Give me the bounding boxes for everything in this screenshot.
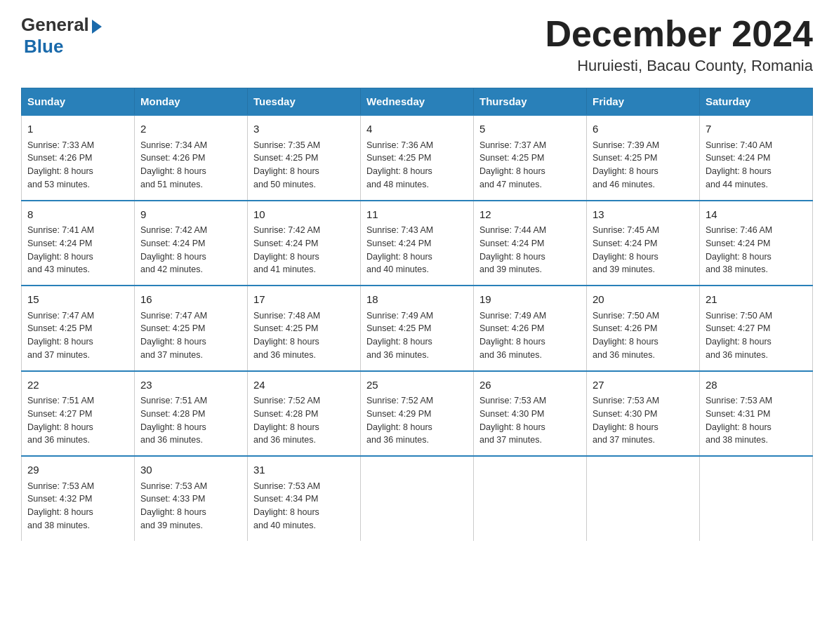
day-info: Sunset: 4:27 PM (27, 408, 128, 421)
day-info: Sunset: 4:24 PM (27, 237, 128, 250)
table-row: 14Sunrise: 7:46 AMSunset: 4:24 PMDayligh… (700, 201, 813, 286)
table-row: 16Sunrise: 7:47 AMSunset: 4:25 PMDayligh… (135, 286, 248, 371)
day-info: Sunset: 4:25 PM (366, 322, 468, 335)
day-info: Sunset: 4:30 PM (479, 408, 581, 421)
day-number: 12 (479, 207, 581, 223)
day-info: Sunrise: 7:44 AM (479, 224, 581, 237)
table-row: 25Sunrise: 7:52 AMSunset: 4:29 PMDayligh… (361, 371, 474, 457)
col-wednesday: Wednesday (361, 88, 474, 116)
day-info: Sunrise: 7:40 AM (706, 139, 807, 152)
day-info: Sunset: 4:28 PM (140, 408, 241, 421)
day-number: 8 (27, 207, 128, 223)
table-row: 6Sunrise: 7:39 AMSunset: 4:25 PMDaylight… (587, 115, 700, 201)
day-number: 15 (27, 292, 128, 308)
day-info: and 36 minutes. (366, 434, 468, 447)
day-info: Sunset: 4:25 PM (140, 322, 241, 335)
table-row: 30Sunrise: 7:53 AMSunset: 4:33 PMDayligh… (135, 456, 248, 541)
day-info: Sunrise: 7:42 AM (140, 224, 241, 237)
day-info: Daylight: 8 hours (253, 421, 355, 434)
day-info: Sunset: 4:33 PM (140, 492, 241, 506)
calendar-header-row: Sunday Monday Tuesday Wednesday Thursday… (22, 88, 813, 116)
day-info: Sunset: 4:24 PM (593, 237, 694, 250)
day-info: Sunset: 4:34 PM (253, 492, 355, 506)
page-header: General Blue December 2024 Huruiesti, Ba… (21, 14, 813, 75)
calendar-table: Sunday Monday Tuesday Wednesday Thursday… (21, 88, 813, 541)
day-info: Sunrise: 7:47 AM (27, 309, 128, 323)
day-number: 9 (140, 207, 241, 223)
day-info: and 37 minutes. (593, 434, 694, 447)
day-info: Sunset: 4:25 PM (253, 152, 355, 165)
logo: General Blue (21, 14, 102, 58)
col-sunday: Sunday (22, 88, 135, 116)
day-info: Daylight: 8 hours (253, 506, 355, 519)
day-info: Daylight: 8 hours (140, 165, 241, 178)
day-info: Sunrise: 7:45 AM (593, 224, 694, 237)
day-info: and 42 minutes. (140, 263, 241, 276)
table-row: 15Sunrise: 7:47 AMSunset: 4:25 PMDayligh… (22, 286, 135, 371)
day-info: Sunset: 4:24 PM (253, 237, 355, 250)
col-monday: Monday (135, 88, 248, 116)
day-number: 29 (27, 462, 128, 478)
day-number: 24 (253, 377, 355, 394)
day-number: 2 (140, 121, 241, 137)
day-info: and 36 minutes. (366, 349, 468, 362)
day-number: 20 (593, 292, 694, 308)
day-info: and 44 minutes. (706, 178, 807, 192)
day-info: and 40 minutes. (366, 263, 468, 276)
day-number: 4 (366, 121, 468, 137)
table-row: 20Sunrise: 7:50 AMSunset: 4:26 PMDayligh… (587, 286, 700, 371)
table-row: 17Sunrise: 7:48 AMSunset: 4:25 PMDayligh… (248, 286, 361, 371)
day-info: Daylight: 8 hours (253, 250, 355, 264)
day-info: Sunrise: 7:36 AM (366, 139, 468, 152)
day-number: 22 (27, 377, 128, 394)
day-info: and 47 minutes. (479, 178, 581, 192)
day-info: Daylight: 8 hours (479, 165, 581, 178)
day-info: Sunset: 4:32 PM (27, 492, 128, 506)
day-info: Sunrise: 7:42 AM (253, 224, 355, 237)
day-info: Daylight: 8 hours (27, 335, 128, 349)
day-info: Sunrise: 7:52 AM (366, 394, 468, 408)
day-info: and 38 minutes. (27, 519, 128, 532)
day-info: Daylight: 8 hours (706, 335, 807, 349)
day-number: 23 (140, 377, 241, 394)
day-info: Sunrise: 7:51 AM (140, 394, 241, 408)
table-row: 11Sunrise: 7:43 AMSunset: 4:24 PMDayligh… (361, 201, 474, 286)
day-info: Sunset: 4:24 PM (706, 237, 807, 250)
calendar-week-row: 1Sunrise: 7:33 AMSunset: 4:26 PMDaylight… (22, 115, 813, 201)
day-info: Sunrise: 7:43 AM (366, 224, 468, 237)
day-info: and 36 minutes. (706, 349, 807, 362)
day-number: 17 (253, 292, 355, 308)
col-friday: Friday (587, 88, 700, 116)
day-info: Daylight: 8 hours (479, 335, 581, 349)
day-number: 5 (479, 121, 581, 137)
day-info: Sunset: 4:31 PM (706, 408, 807, 421)
day-number: 30 (140, 462, 241, 478)
table-row: 13Sunrise: 7:45 AMSunset: 4:24 PMDayligh… (587, 201, 700, 286)
table-row (361, 456, 474, 541)
table-row: 12Sunrise: 7:44 AMSunset: 4:24 PMDayligh… (474, 201, 587, 286)
day-number: 18 (366, 292, 468, 308)
day-info: Sunset: 4:25 PM (366, 152, 468, 165)
logo-arrow-icon (92, 20, 102, 34)
day-info: and 41 minutes. (253, 263, 355, 276)
day-info: and 46 minutes. (593, 178, 694, 192)
day-info: Sunset: 4:26 PM (593, 322, 694, 335)
day-info: Daylight: 8 hours (593, 335, 694, 349)
day-number: 31 (253, 462, 355, 478)
day-info: Sunrise: 7:53 AM (27, 480, 128, 493)
day-info: Daylight: 8 hours (706, 421, 807, 434)
table-row (587, 456, 700, 541)
day-info: Sunrise: 7:53 AM (140, 480, 241, 493)
table-row: 10Sunrise: 7:42 AMSunset: 4:24 PMDayligh… (248, 201, 361, 286)
day-number: 19 (479, 292, 581, 308)
day-info: Sunset: 4:28 PM (253, 408, 355, 421)
day-info: and 36 minutes. (479, 349, 581, 362)
day-info: Daylight: 8 hours (366, 165, 468, 178)
calendar-week-row: 22Sunrise: 7:51 AMSunset: 4:27 PMDayligh… (22, 371, 813, 457)
day-info: and 37 minutes. (479, 434, 581, 447)
day-info: Sunset: 4:24 PM (140, 237, 241, 250)
day-info: Daylight: 8 hours (140, 506, 241, 519)
day-info: Sunset: 4:30 PM (593, 408, 694, 421)
day-number: 25 (366, 377, 468, 394)
day-info: Sunrise: 7:50 AM (706, 309, 807, 323)
